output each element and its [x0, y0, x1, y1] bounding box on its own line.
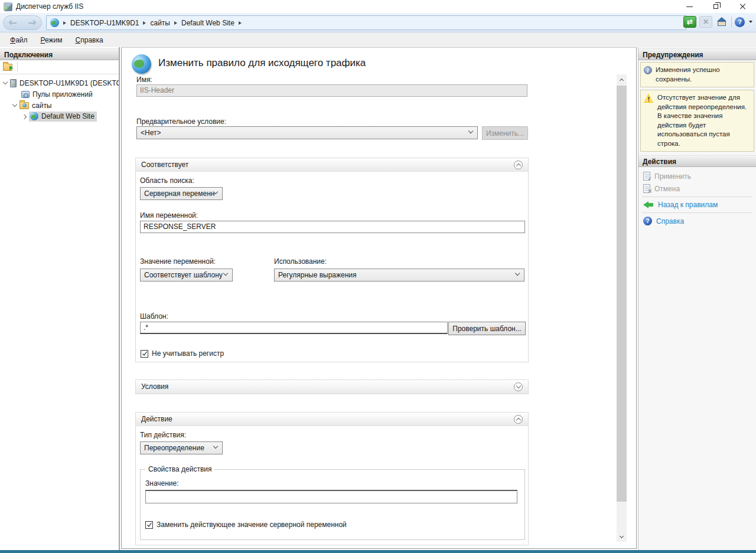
- check-icon: [142, 351, 146, 356]
- chevron-down-icon: [620, 534, 624, 538]
- home-icon: [717, 17, 726, 21]
- close-icon: [739, 3, 747, 10]
- pattern-label: Шаблон:: [140, 312, 168, 320]
- alert-warning: ! Отсутствует значение для действия пере…: [640, 90, 754, 152]
- help-action[interactable]: ? Справка: [638, 215, 756, 227]
- info-icon: i: [644, 66, 652, 74]
- cancel-action[interactable]: ✕ Отмена: [638, 182, 756, 195]
- menu-help[interactable]: Справка: [70, 34, 109, 46]
- variable-value-select[interactable]: Соответствует шаблону: [140, 269, 233, 282]
- back-button[interactable]: [8, 20, 18, 26]
- menu-view[interactable]: Режим: [35, 34, 68, 46]
- replace-value-checkbox[interactable]: [145, 521, 153, 529]
- alert-text: Отсутствует значение для действия переоп…: [657, 93, 752, 148]
- using-select[interactable]: Регулярные выражения: [274, 269, 524, 282]
- name-input: IIS-Header: [136, 84, 527, 97]
- window-title: Диспетчер служб IIS: [16, 2, 83, 11]
- check-icon: [146, 522, 151, 527]
- save-connection-icon[interactable]: [3, 64, 12, 71]
- conditions-section-header[interactable]: Условия: [136, 380, 528, 394]
- minimize-icon: [686, 6, 693, 7]
- tree-collapse-icon[interactable]: [22, 114, 27, 119]
- scrollbar-thumb[interactable]: [617, 86, 627, 502]
- connections-panel: Подключения DESKTOP-U1MK9D1 (DESKTO Пулы…: [0, 47, 120, 550]
- value-label: Значение:: [145, 479, 179, 487]
- collapse-section-button[interactable]: [514, 415, 523, 424]
- apply-action[interactable]: ✓ Применить: [638, 170, 756, 182]
- tree-item-sites[interactable]: сайты: [0, 100, 119, 111]
- application-pools-icon: [21, 91, 30, 98]
- tree-expand-icon[interactable]: [3, 80, 8, 84]
- ignore-case-checkbox-row[interactable]: Не учитывать регистр: [141, 349, 224, 358]
- match-section-header[interactable]: Соответствует: [136, 158, 528, 172]
- close-button[interactable]: [729, 0, 756, 13]
- help-button[interactable]: ?: [735, 17, 745, 27]
- toolbar-separator: [17, 63, 18, 72]
- actions-separator: [642, 212, 752, 213]
- tree-item-server[interactable]: DESKTOP-U1MK9D1 (DESKTO: [0, 77, 119, 89]
- sites-folder-icon: [19, 102, 29, 109]
- breadcrumb-default-web-site[interactable]: Default Web Site: [181, 19, 234, 27]
- conditions-section: Условия: [135, 379, 529, 394]
- expand-section-button[interactable]: [514, 382, 523, 391]
- test-pattern-button[interactable]: Проверить шаблон...: [448, 322, 526, 335]
- window-bottom-border: [0, 550, 756, 553]
- chevron-up-icon: [516, 418, 520, 423]
- action-section: Действие Тип действия: Переопределение С…: [135, 412, 529, 545]
- warning-icon: !: [644, 94, 654, 103]
- pattern-input[interactable]: .*: [140, 322, 448, 334]
- collapse-section-button[interactable]: [514, 161, 523, 169]
- cancel-icon: ✕: [643, 184, 650, 193]
- action-type-select[interactable]: Переопределение: [140, 441, 223, 454]
- breadcrumb-server[interactable]: DESKTOP-U1MK9D1: [70, 19, 139, 27]
- precondition-label: Предварительное условие:: [136, 117, 226, 126]
- chevron-down-icon: [515, 271, 520, 276]
- actions-separator: [642, 197, 752, 197]
- breadcrumb-sites[interactable]: сайты: [150, 19, 170, 27]
- tree-item-app-pools[interactable]: Пулы приложений: [0, 89, 119, 100]
- replace-value-label: Заменить действующее значение серверной …: [157, 521, 347, 529]
- tree-item-default-web-site[interactable]: Default Web Site: [0, 111, 119, 122]
- alerts-list: i Изменения успешно сохранены. ! Отсутст…: [638, 60, 756, 152]
- stop-button[interactable]: ✕: [699, 16, 712, 28]
- tree-item-label: DESKTOP-U1MK9D1 (DESKTO: [19, 79, 119, 87]
- replace-value-checkbox-row[interactable]: Заменить действующее значение серверной …: [145, 521, 347, 529]
- breadcrumb-arrow-icon: [63, 21, 66, 25]
- menu-bar: Файл Режим Справка: [0, 32, 756, 47]
- chevron-up-icon: [620, 78, 624, 82]
- restore-button[interactable]: [703, 0, 729, 13]
- variable-name-input[interactable]: RESPONSE_SERVER: [140, 221, 525, 233]
- tree-item-label: Default Web Site: [41, 112, 94, 120]
- actions-header: Действия: [638, 155, 756, 167]
- right-sidebar: Предупреждения i Изменения успешно сохра…: [638, 47, 756, 550]
- action-section-header[interactable]: Действие: [136, 413, 528, 426]
- edit-precondition-button[interactable]: Изменить...: [482, 126, 528, 140]
- tree-expand-icon[interactable]: [12, 102, 17, 107]
- back-to-rules-action[interactable]: Назад к правилам: [638, 199, 756, 211]
- variable-name-label: Имя переменной:: [140, 211, 198, 220]
- variable-value-label: Значение переменной:: [140, 257, 216, 266]
- action-type-label: Тип действия:: [140, 431, 186, 439]
- precondition-select[interactable]: <Нет>: [136, 126, 478, 139]
- matching-scope-select[interactable]: Серверная переменн: [140, 187, 223, 200]
- server-icon: [10, 79, 17, 87]
- value-input[interactable]: [145, 490, 517, 503]
- breadcrumb-arrow-icon: [143, 21, 146, 25]
- forward-button[interactable]: [27, 20, 37, 26]
- refresh-button[interactable]: ⇄: [683, 16, 696, 28]
- alerts-header: Предупреждения: [638, 48, 756, 60]
- alert-info: i Изменения успешно сохранены.: [640, 62, 754, 87]
- minimize-button[interactable]: [676, 0, 703, 13]
- page-title: Изменить правило для исходящего трафика: [158, 57, 366, 69]
- tree-item-label: Пулы приложений: [32, 90, 93, 99]
- ignore-case-checkbox[interactable]: [141, 350, 148, 358]
- scroll-up-button[interactable]: [617, 74, 627, 84]
- home-button[interactable]: [715, 16, 728, 28]
- help-dropdown-caret-icon[interactable]: [749, 21, 752, 23]
- vertical-scrollbar[interactable]: [617, 74, 627, 542]
- globe-icon: [50, 18, 59, 27]
- connections-header: Подключения: [0, 48, 119, 60]
- ignore-case-label: Не учитывать регистр: [152, 349, 224, 358]
- menu-file[interactable]: Файл: [5, 34, 33, 46]
- scroll-down-button[interactable]: [617, 532, 627, 542]
